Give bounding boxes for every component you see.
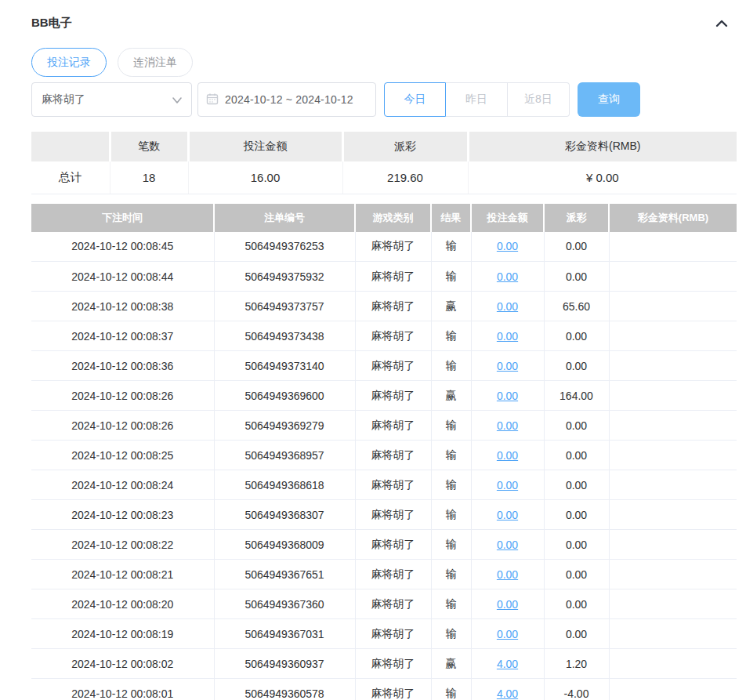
- result-cell: 输: [431, 500, 471, 530]
- bonus-cell: [609, 470, 737, 500]
- result-cell: 输: [431, 530, 471, 560]
- table-row: 2024-10-12 00:08:44 5064949375932 麻将胡了 输…: [31, 262, 737, 292]
- bonus-cell: [609, 649, 737, 679]
- bet-amount-link[interactable]: 0.00: [497, 539, 518, 551]
- result-cell: 输: [431, 441, 471, 470]
- order-no-cell: 5064949360578: [214, 679, 355, 700]
- payout-cell: -4.00: [544, 679, 609, 700]
- bonus-cell: [609, 262, 737, 292]
- order-no-cell: 5064949368307: [214, 500, 355, 530]
- payout-cell: 0.00: [544, 441, 609, 470]
- summary-header-count: 笔数: [110, 132, 188, 161]
- bet-time-cell: 2024-10-12 00:08:19: [31, 619, 214, 649]
- bet-amount-link[interactable]: 0.00: [497, 449, 518, 462]
- bet-amount-link[interactable]: 4.00: [497, 687, 518, 700]
- table-row: 2024-10-12 00:08:22 5064949368009 麻将胡了 输…: [31, 530, 737, 560]
- bonus-cell: [609, 441, 737, 470]
- payout-cell: 0.00: [544, 321, 609, 351]
- payout-cell: 0.00: [544, 232, 609, 262]
- collapse-button[interactable]: [713, 16, 730, 31]
- game-type-select[interactable]: 麻将胡了: [31, 82, 192, 117]
- bonus-cell: [609, 321, 737, 351]
- result-cell: 赢: [431, 381, 471, 411]
- quick-range-today[interactable]: 今日: [384, 82, 446, 117]
- bet-amount-cell: 0.00: [471, 530, 544, 560]
- bet-amount-link[interactable]: 0.00: [497, 419, 518, 432]
- quick-range-yesterday[interactable]: 昨日: [446, 82, 508, 117]
- bet-amount-link[interactable]: 0.00: [497, 390, 518, 402]
- bet-amount-cell: 0.00: [471, 441, 544, 470]
- table-row: 2024-10-12 00:08:20 5064949367360 麻将胡了 输…: [31, 589, 737, 619]
- order-no-cell: 5064949369279: [214, 411, 355, 441]
- calendar-icon: [206, 92, 219, 107]
- bonus-cell: [609, 500, 737, 530]
- bet-amount-link[interactable]: 0.00: [497, 360, 518, 372]
- records-header-bet: 投注金额: [471, 204, 544, 232]
- bet-amount-link[interactable]: 0.00: [497, 479, 518, 491]
- bet-amount-link[interactable]: 0.00: [497, 568, 518, 581]
- table-row: 2024-10-12 00:08:36 5064949373140 麻将胡了 输…: [31, 351, 737, 381]
- records-header-time: 下注时间: [31, 204, 214, 232]
- caret-down-icon: [172, 93, 182, 106]
- bet-amount-link[interactable]: 0.00: [497, 270, 518, 283]
- game-type-cell: 麻将胡了: [355, 411, 431, 441]
- bet-amount-link[interactable]: 0.00: [497, 330, 518, 343]
- game-type-cell: 麻将胡了: [355, 560, 431, 589]
- bonus-cell: [609, 351, 737, 381]
- bet-amount-link[interactable]: 0.00: [497, 240, 518, 252]
- result-cell: 输: [431, 679, 471, 700]
- result-cell: 输: [431, 262, 471, 292]
- quick-range-last-8-days[interactable]: 近8日: [508, 82, 570, 117]
- table-row: 2024-10-12 00:08:26 5064949369600 麻将胡了 赢…: [31, 381, 737, 411]
- bet-amount-cell: 4.00: [471, 649, 544, 679]
- result-cell: 输: [431, 351, 471, 381]
- game-type-cell: 麻将胡了: [355, 321, 431, 351]
- query-button[interactable]: 查询: [578, 82, 640, 117]
- table-row: 2024-10-12 00:08:37 5064949373438 麻将胡了 输…: [31, 321, 737, 351]
- result-cell: 输: [431, 560, 471, 589]
- bet-time-cell: 2024-10-12 00:08:22: [31, 530, 214, 560]
- order-no-cell: 5064949373140: [214, 351, 355, 381]
- tab-bet-records[interactable]: 投注记录: [31, 48, 107, 77]
- order-no-cell: 5064949368957: [214, 441, 355, 470]
- summary-table: 笔数 投注金额 派彩 彩金资料(RMB) 总计 18 16.00 219.60 …: [31, 132, 737, 194]
- game-type-cell: 麻将胡了: [355, 441, 431, 470]
- bet-time-cell: 2024-10-12 00:08:37: [31, 321, 214, 351]
- table-row: 2024-10-12 00:08:45 5064949376253 麻将胡了 输…: [31, 232, 737, 262]
- summary-total-bet-amount: 16.00: [188, 161, 342, 194]
- bet-amount-link[interactable]: 0.00: [497, 509, 518, 521]
- table-row: 2024-10-12 00:08:23 5064949368307 麻将胡了 输…: [31, 500, 737, 530]
- game-type-cell: 麻将胡了: [355, 500, 431, 530]
- payout-cell: 0.00: [544, 530, 609, 560]
- bet-amount-cell: 0.00: [471, 381, 544, 411]
- result-cell: 输: [431, 411, 471, 441]
- panel-header: BB电子: [31, 16, 746, 31]
- tab-cancelled-orders[interactable]: 连消注单: [118, 48, 193, 77]
- table-row: 2024-10-12 00:08:01 5064949360578 麻将胡了 输…: [31, 679, 737, 700]
- payout-cell: 65.60: [544, 292, 609, 321]
- game-type-cell: 麻将胡了: [355, 232, 431, 262]
- quick-range-group: 今日 昨日 近8日: [384, 82, 570, 117]
- result-cell: 输: [431, 232, 471, 262]
- order-no-cell: 5064949368618: [214, 470, 355, 500]
- bet-amount-link[interactable]: 4.00: [497, 658, 518, 670]
- result-cell: 输: [431, 589, 471, 619]
- bet-amount-link[interactable]: 0.00: [497, 628, 518, 640]
- summary-total-payout: 219.60: [342, 161, 468, 194]
- summary-header-bonus: 彩金资料(RMB): [468, 132, 737, 161]
- bet-records-panel: BB电子 投注记录 连消注单 麻将胡了 2024-10-12 ~ 2024-10…: [0, 16, 746, 700]
- bet-time-cell: 2024-10-12 00:08:26: [31, 381, 214, 411]
- date-range-picker[interactable]: 2024-10-12 ~ 2024-10-12: [197, 82, 376, 117]
- bet-amount-link[interactable]: 0.00: [497, 598, 518, 611]
- bet-amount-cell: 0.00: [471, 351, 544, 381]
- table-row: 2024-10-12 00:08:02 5064949360937 麻将胡了 赢…: [31, 649, 737, 679]
- bonus-cell: [609, 560, 737, 589]
- bonus-cell: [609, 381, 737, 411]
- order-no-cell: 5064949369600: [214, 381, 355, 411]
- records-header-game: 游戏类别: [355, 204, 431, 232]
- game-type-cell: 麻将胡了: [355, 649, 431, 679]
- bet-amount-link[interactable]: 0.00: [497, 300, 518, 313]
- payout-cell: 0.00: [544, 500, 609, 530]
- result-cell: 输: [431, 321, 471, 351]
- bet-amount-cell: 4.00: [471, 679, 544, 700]
